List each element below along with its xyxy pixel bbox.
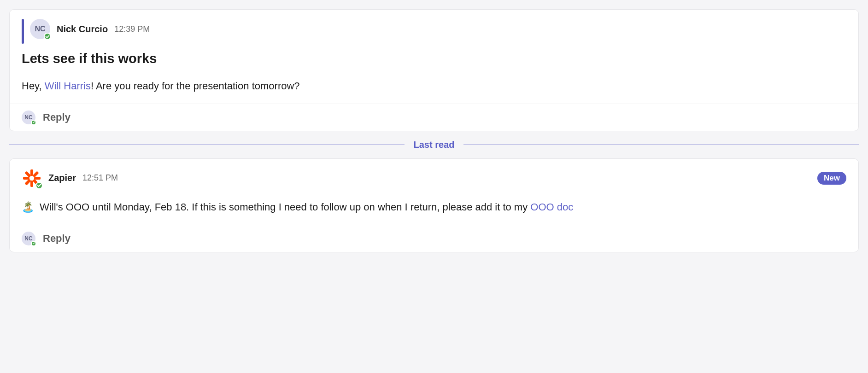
message-header: Zapier 12:51 PM New bbox=[22, 168, 846, 188]
reply-avatar: NC bbox=[22, 111, 35, 124]
presence-available-icon bbox=[31, 120, 36, 125]
message-text: 🏝️ Will's OOO until Monday, Feb 18. If t… bbox=[22, 200, 846, 215]
presence-available-icon bbox=[44, 33, 51, 40]
message-body: NC Nick Curcio 12:39 PM Lets see if this… bbox=[10, 10, 858, 104]
message-header: NC Nick Curcio 12:39 PM bbox=[22, 19, 846, 39]
author-name[interactable]: Nick Curcio bbox=[57, 24, 108, 35]
timestamp: 12:51 PM bbox=[82, 173, 118, 183]
svg-rect-5 bbox=[24, 179, 31, 185]
divider-label: Last read bbox=[414, 140, 455, 150]
message-text: Hey, Will Harris! Are you ready for the … bbox=[22, 79, 846, 93]
avatar-initials: NC bbox=[35, 25, 45, 33]
message-body: Zapier 12:51 PM New 🏝️ Will's OOO until … bbox=[10, 159, 858, 225]
reply-bar[interactable]: NC Reply bbox=[10, 225, 858, 252]
reply-avatar: NC bbox=[22, 232, 35, 245]
svg-rect-0 bbox=[30, 169, 33, 176]
beach-emoji-icon: 🏝️ bbox=[22, 201, 34, 213]
new-badge: New bbox=[817, 172, 846, 185]
ooo-doc-link[interactable]: OOO doc bbox=[530, 201, 573, 213]
divider-line bbox=[9, 145, 405, 145]
divider-line bbox=[463, 145, 859, 145]
reply-avatar-initials: NC bbox=[24, 235, 32, 242]
reply-bar[interactable]: NC Reply bbox=[10, 104, 858, 131]
avatar[interactable]: NC bbox=[30, 19, 50, 39]
mention-link[interactable]: Will Harris bbox=[45, 80, 91, 92]
timestamp: 12:39 PM bbox=[114, 24, 150, 34]
reply-avatar-initials: NC bbox=[24, 114, 32, 121]
svg-rect-4 bbox=[32, 171, 39, 177]
svg-rect-3 bbox=[34, 177, 41, 180]
message-title: Lets see if this works bbox=[22, 51, 846, 66]
svg-rect-1 bbox=[30, 181, 33, 187]
svg-rect-6 bbox=[24, 171, 31, 177]
accent-bar bbox=[22, 19, 24, 44]
reply-label: Reply bbox=[43, 233, 70, 245]
svg-rect-2 bbox=[23, 177, 29, 180]
message-card: NC Nick Curcio 12:39 PM Lets see if this… bbox=[9, 9, 859, 131]
message-text-suffix: ! Are you ready for the presentation tom… bbox=[91, 80, 300, 92]
presence-available-icon bbox=[31, 241, 36, 246]
zapier-avatar[interactable] bbox=[22, 168, 42, 188]
message-text-prefix: Hey, bbox=[22, 80, 45, 92]
message-card: Zapier 12:51 PM New 🏝️ Will's OOO until … bbox=[9, 158, 859, 252]
reply-label: Reply bbox=[43, 111, 70, 123]
last-read-divider: Last read bbox=[9, 140, 859, 150]
presence-available-icon bbox=[35, 182, 43, 189]
message-text-body: Will's OOO until Monday, Feb 18. If this… bbox=[37, 201, 530, 213]
author-name[interactable]: Zapier bbox=[48, 173, 76, 183]
